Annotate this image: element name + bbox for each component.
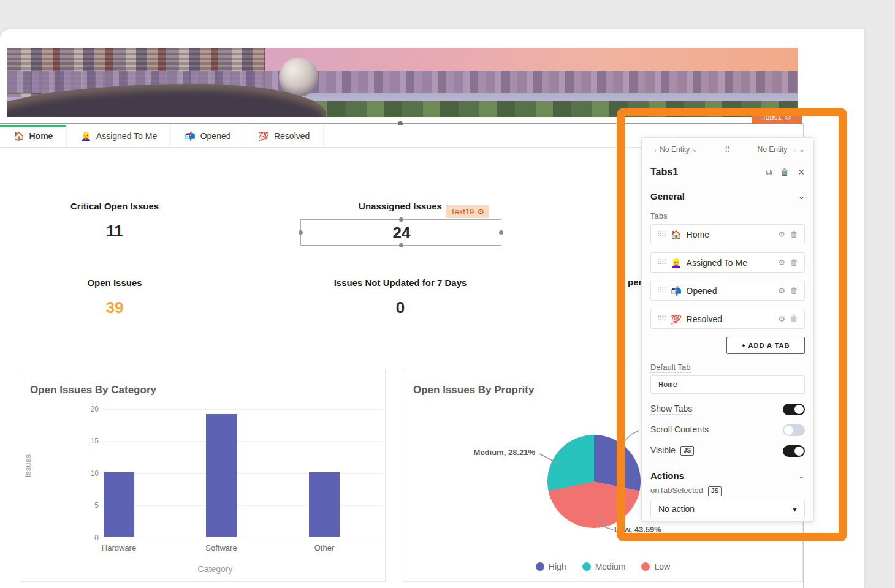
pie-legend: High Medium Low — [403, 562, 802, 571]
visible-label: Visible — [650, 445, 676, 456]
chevron-down-icon: ⌄ — [798, 192, 805, 201]
tab-label: Home — [29, 131, 53, 141]
legend-label: Medium — [595, 562, 626, 571]
show-tabs-toggle[interactable] — [783, 404, 805, 415]
tab-assigned-to-me[interactable]: 👱‍♀️ Assigned To Me — [67, 125, 171, 147]
pane-widget-title[interactable]: Tabs1 — [650, 167, 766, 178]
tabs-widget-selection-line — [0, 123, 803, 124]
gear-icon[interactable]: ⚙ — [778, 314, 785, 323]
xlabel-software: Software — [185, 543, 258, 552]
tab-label: Resolved — [274, 131, 310, 141]
gear-icon[interactable]: ⚙ — [477, 207, 484, 216]
property-pane: → No Entity ⌄ ⠿ No Entity → ⌄ Tabs1 ⧉ 🗑 … — [641, 137, 814, 522]
drag-handle-icon[interactable]: ⠿⠿ — [657, 258, 666, 266]
pane-tab-row-home[interactable]: ⠿⠿ 🏠 Home ⚙ 🗑 — [650, 224, 805, 244]
arrow-right-entity-icon: → — [790, 145, 797, 154]
stat-critical-open-issues-label[interactable]: Critical Open Issues — [10, 201, 219, 211]
mailbox-icon: 📬 — [671, 286, 681, 296]
widget-name: Text19 — [451, 207, 474, 216]
resize-handle-top[interactable] — [399, 217, 403, 222]
bar-chart-title: Open Issues By Category — [30, 384, 156, 396]
stat-open-issues-label[interactable]: Open Issues — [10, 277, 219, 288]
tabs-field-label: Tabs — [650, 211, 805, 221]
stat-not-updated-value[interactable]: 0 — [296, 298, 505, 317]
callout-medium: Medium, 28.21% — [474, 448, 535, 457]
resize-handle-bottom[interactable] — [399, 243, 403, 247]
drag-handle-icon[interactable]: ⠿⠿ — [657, 315, 666, 323]
chevron-down-icon: ⌄ — [691, 145, 698, 154]
legend-low[interactable]: Low — [641, 562, 670, 571]
xlabel-hardware: Hardware — [82, 543, 156, 552]
actions-section-header[interactable]: Actions ⌄ — [650, 466, 805, 484]
science-world-dome — [279, 58, 318, 97]
home-icon: 🏠 — [671, 230, 681, 239]
drag-handle-icon[interactable]: ⠿⠿ — [657, 230, 666, 238]
gear-icon[interactable]: ⚙ — [785, 113, 791, 122]
legend-dot-medium — [582, 562, 591, 571]
show-tabs-label: Show Tabs — [650, 404, 692, 415]
header-city-image[interactable] — [7, 48, 798, 117]
tab-opened[interactable]: 📬 Opened — [171, 125, 245, 147]
trash-icon[interactable]: 🗑 — [790, 230, 798, 239]
legend-label: High — [549, 562, 566, 571]
callout-low: Low, 43.59% — [614, 525, 661, 534]
tab-label: Opened — [200, 131, 231, 141]
bar-software[interactable] — [206, 414, 237, 537]
legend-high[interactable]: High — [536, 562, 566, 571]
trash-icon[interactable]: 🗑 — [790, 314, 798, 323]
selected-widget-badge[interactable]: Text19 ⚙ — [446, 205, 489, 218]
gear-icon[interactable]: ⚙ — [778, 230, 785, 239]
stat-open-issues-value[interactable]: 39 — [10, 298, 219, 317]
bar-chart-card[interactable]: Open Issues By Category Issues 20 15 10 … — [20, 369, 386, 582]
stat-unassigned-issues-value[interactable]: 24 — [297, 224, 506, 243]
trash-icon[interactable]: 🗑 — [790, 258, 798, 267]
legend-label: Low — [654, 562, 670, 571]
legend-dot-high — [536, 562, 544, 571]
prev-entity[interactable]: → No Entity ⌄ — [650, 145, 698, 154]
app-canvas: 🏠 Home 👱‍♀️ Assigned To Me 📬 Opened 💯 Re… — [0, 29, 864, 588]
stat-not-updated-label[interactable]: Issues Not Updated for 7 Days — [296, 277, 505, 288]
entity-grid-icon[interactable]: ⠿ — [725, 145, 731, 154]
next-entity[interactable]: No Entity → ⌄ — [758, 145, 805, 154]
add-a-tab-button[interactable]: + ADD A TAB — [726, 337, 805, 354]
default-tab-input[interactable]: Home — [650, 375, 805, 394]
gear-icon[interactable]: ⚙ — [778, 258, 785, 267]
person-icon: 👱‍♀️ — [671, 258, 681, 268]
tick-20: 20 — [80, 405, 99, 413]
visible-toggle[interactable] — [783, 445, 805, 457]
on-tab-selected-select[interactable]: No action ▾ — [650, 500, 805, 518]
trash-icon[interactable]: 🗑 — [780, 167, 789, 178]
tick-0: 0 — [80, 533, 99, 542]
bar-hardware[interactable] — [104, 472, 134, 537]
scroll-contents-toggle[interactable] — [783, 424, 805, 436]
general-section-header[interactable]: General ⌄ — [650, 187, 805, 205]
close-icon[interactable]: ✕ — [798, 167, 805, 178]
bar-other[interactable] — [309, 472, 340, 537]
caret-down-icon: ▾ — [793, 504, 797, 514]
pane-tab-row-opened[interactable]: ⠿⠿ 📬 Opened ⚙ 🗑 — [650, 281, 805, 301]
copy-icon[interactable]: ⧉ — [766, 167, 772, 178]
js-toggle-badge[interactable]: JS — [680, 446, 694, 456]
person-icon: 👱‍♀️ — [80, 131, 91, 141]
pane-tab-row-assigned[interactable]: ⠿⠿ 👱‍♀️ Assigned To Me ⚙ 🗑 — [650, 252, 805, 273]
pie-chart[interactable] — [547, 435, 641, 528]
text19-selection-box[interactable]: 24 — [300, 219, 501, 246]
js-toggle-badge[interactable]: JS — [708, 486, 722, 496]
pane-tab-row-resolved[interactable]: ⠿⠿ 💯 Resolved ⚙ 🗑 — [650, 309, 805, 329]
tab-resolved[interactable]: 💯 Resolved — [245, 125, 324, 147]
home-icon: 🏠 — [13, 131, 24, 141]
trash-icon[interactable]: 🗑 — [790, 286, 798, 295]
mailbox-icon: 📬 — [185, 131, 195, 141]
gear-icon[interactable]: ⚙ — [778, 286, 785, 295]
chevron-down-icon: ⌄ — [798, 471, 805, 480]
legend-medium[interactable]: Medium — [582, 562, 626, 571]
hundred-icon: 💯 — [259, 131, 269, 141]
on-tab-selected-label: onTabSelected — [650, 486, 703, 496]
stat-critical-open-issues-value[interactable]: 11 — [10, 222, 219, 241]
drag-handle-icon[interactable]: ⠿⠿ — [657, 287, 666, 295]
pie-chart-title: Open Issues By Proprity — [413, 384, 534, 396]
tab-home[interactable]: 🏠 Home — [0, 125, 67, 147]
tabs-widget-name-badge[interactable]: Tabs1 ⚙ — [752, 111, 802, 124]
tick-5: 5 — [80, 501, 99, 510]
y-axis-label: Issues — [23, 435, 32, 497]
